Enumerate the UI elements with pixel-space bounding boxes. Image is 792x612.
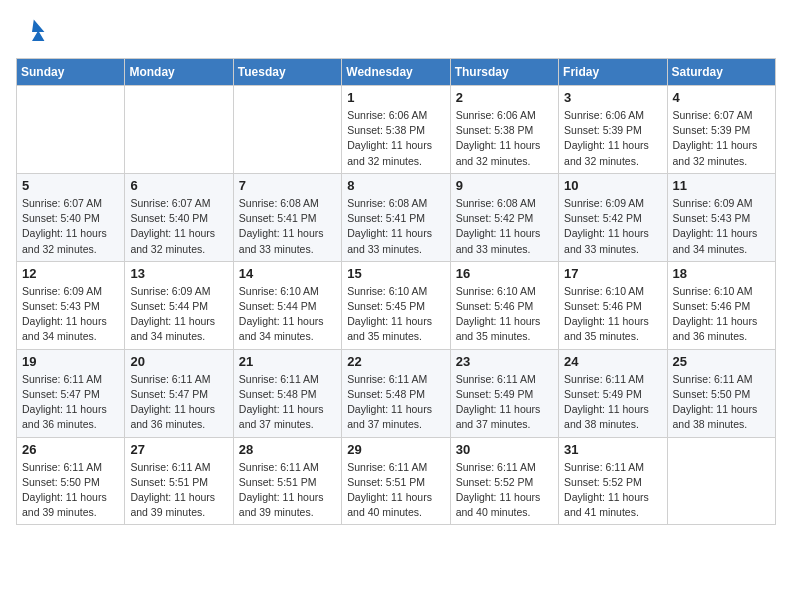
day-number: 22 [347,354,444,369]
day-info: Sunrise: 6:08 AMSunset: 5:41 PMDaylight:… [347,196,444,257]
day-number: 15 [347,266,444,281]
day-number: 3 [564,90,661,105]
calendar-cell: 20Sunrise: 6:11 AMSunset: 5:47 PMDayligh… [125,349,233,437]
calendar-cell: 24Sunrise: 6:11 AMSunset: 5:49 PMDayligh… [559,349,667,437]
day-number: 5 [22,178,119,193]
page-header [16,16,776,48]
calendar-cell: 10Sunrise: 6:09 AMSunset: 5:42 PMDayligh… [559,173,667,261]
day-info: Sunrise: 6:10 AMSunset: 5:46 PMDaylight:… [673,284,770,345]
day-number: 12 [22,266,119,281]
day-number: 9 [456,178,553,193]
day-info: Sunrise: 6:11 AMSunset: 5:52 PMDaylight:… [456,460,553,521]
day-number: 11 [673,178,770,193]
calendar-cell [667,437,775,525]
day-number: 18 [673,266,770,281]
calendar-cell: 22Sunrise: 6:11 AMSunset: 5:48 PMDayligh… [342,349,450,437]
svg-marker-0 [32,20,44,41]
weekday-header-sunday: Sunday [17,59,125,86]
day-info: Sunrise: 6:06 AMSunset: 5:38 PMDaylight:… [456,108,553,169]
day-info: Sunrise: 6:11 AMSunset: 5:49 PMDaylight:… [456,372,553,433]
calendar-cell: 17Sunrise: 6:10 AMSunset: 5:46 PMDayligh… [559,261,667,349]
day-info: Sunrise: 6:09 AMSunset: 5:44 PMDaylight:… [130,284,227,345]
day-info: Sunrise: 6:10 AMSunset: 5:44 PMDaylight:… [239,284,336,345]
day-number: 6 [130,178,227,193]
weekday-header-tuesday: Tuesday [233,59,341,86]
day-number: 7 [239,178,336,193]
day-info: Sunrise: 6:09 AMSunset: 5:43 PMDaylight:… [22,284,119,345]
day-info: Sunrise: 6:11 AMSunset: 5:50 PMDaylight:… [673,372,770,433]
day-number: 30 [456,442,553,457]
calendar-cell: 9Sunrise: 6:08 AMSunset: 5:42 PMDaylight… [450,173,558,261]
calendar-cell: 21Sunrise: 6:11 AMSunset: 5:48 PMDayligh… [233,349,341,437]
day-number: 26 [22,442,119,457]
calendar-cell: 16Sunrise: 6:10 AMSunset: 5:46 PMDayligh… [450,261,558,349]
calendar-week-2: 5Sunrise: 6:07 AMSunset: 5:40 PMDaylight… [17,173,776,261]
calendar-cell [233,86,341,174]
day-info: Sunrise: 6:11 AMSunset: 5:52 PMDaylight:… [564,460,661,521]
calendar-cell: 27Sunrise: 6:11 AMSunset: 5:51 PMDayligh… [125,437,233,525]
day-number: 4 [673,90,770,105]
day-info: Sunrise: 6:11 AMSunset: 5:51 PMDaylight:… [347,460,444,521]
logo-icon [16,16,48,48]
day-number: 10 [564,178,661,193]
calendar-week-4: 19Sunrise: 6:11 AMSunset: 5:47 PMDayligh… [17,349,776,437]
weekday-header-saturday: Saturday [667,59,775,86]
calendar-cell: 25Sunrise: 6:11 AMSunset: 5:50 PMDayligh… [667,349,775,437]
weekday-header-wednesday: Wednesday [342,59,450,86]
day-number: 29 [347,442,444,457]
day-info: Sunrise: 6:11 AMSunset: 5:47 PMDaylight:… [22,372,119,433]
weekday-header-thursday: Thursday [450,59,558,86]
calendar-cell: 3Sunrise: 6:06 AMSunset: 5:39 PMDaylight… [559,86,667,174]
weekday-header-row: SundayMondayTuesdayWednesdayThursdayFrid… [17,59,776,86]
day-number: 2 [456,90,553,105]
day-info: Sunrise: 6:08 AMSunset: 5:41 PMDaylight:… [239,196,336,257]
calendar-cell [125,86,233,174]
day-number: 31 [564,442,661,457]
calendar-cell: 7Sunrise: 6:08 AMSunset: 5:41 PMDaylight… [233,173,341,261]
day-info: Sunrise: 6:09 AMSunset: 5:43 PMDaylight:… [673,196,770,257]
weekday-header-monday: Monday [125,59,233,86]
day-number: 8 [347,178,444,193]
calendar-table: SundayMondayTuesdayWednesdayThursdayFrid… [16,58,776,525]
day-number: 23 [456,354,553,369]
day-info: Sunrise: 6:09 AMSunset: 5:42 PMDaylight:… [564,196,661,257]
day-info: Sunrise: 6:10 AMSunset: 5:46 PMDaylight:… [564,284,661,345]
day-info: Sunrise: 6:11 AMSunset: 5:48 PMDaylight:… [347,372,444,433]
day-info: Sunrise: 6:10 AMSunset: 5:45 PMDaylight:… [347,284,444,345]
calendar-cell: 1Sunrise: 6:06 AMSunset: 5:38 PMDaylight… [342,86,450,174]
day-info: Sunrise: 6:06 AMSunset: 5:39 PMDaylight:… [564,108,661,169]
calendar-cell: 31Sunrise: 6:11 AMSunset: 5:52 PMDayligh… [559,437,667,525]
calendar-cell: 15Sunrise: 6:10 AMSunset: 5:45 PMDayligh… [342,261,450,349]
calendar-cell [17,86,125,174]
calendar-week-3: 12Sunrise: 6:09 AMSunset: 5:43 PMDayligh… [17,261,776,349]
calendar-week-5: 26Sunrise: 6:11 AMSunset: 5:50 PMDayligh… [17,437,776,525]
day-info: Sunrise: 6:07 AMSunset: 5:39 PMDaylight:… [673,108,770,169]
day-number: 28 [239,442,336,457]
day-info: Sunrise: 6:11 AMSunset: 5:48 PMDaylight:… [239,372,336,433]
calendar-cell: 2Sunrise: 6:06 AMSunset: 5:38 PMDaylight… [450,86,558,174]
day-number: 21 [239,354,336,369]
day-info: Sunrise: 6:07 AMSunset: 5:40 PMDaylight:… [130,196,227,257]
day-info: Sunrise: 6:11 AMSunset: 5:51 PMDaylight:… [239,460,336,521]
calendar-cell: 29Sunrise: 6:11 AMSunset: 5:51 PMDayligh… [342,437,450,525]
day-info: Sunrise: 6:10 AMSunset: 5:46 PMDaylight:… [456,284,553,345]
calendar-cell: 23Sunrise: 6:11 AMSunset: 5:49 PMDayligh… [450,349,558,437]
day-info: Sunrise: 6:07 AMSunset: 5:40 PMDaylight:… [22,196,119,257]
calendar-cell: 12Sunrise: 6:09 AMSunset: 5:43 PMDayligh… [17,261,125,349]
day-number: 25 [673,354,770,369]
calendar-cell: 13Sunrise: 6:09 AMSunset: 5:44 PMDayligh… [125,261,233,349]
calendar-cell: 6Sunrise: 6:07 AMSunset: 5:40 PMDaylight… [125,173,233,261]
calendar-cell: 26Sunrise: 6:11 AMSunset: 5:50 PMDayligh… [17,437,125,525]
calendar-week-1: 1Sunrise: 6:06 AMSunset: 5:38 PMDaylight… [17,86,776,174]
calendar-cell: 19Sunrise: 6:11 AMSunset: 5:47 PMDayligh… [17,349,125,437]
day-number: 20 [130,354,227,369]
day-info: Sunrise: 6:11 AMSunset: 5:51 PMDaylight:… [130,460,227,521]
day-info: Sunrise: 6:11 AMSunset: 5:50 PMDaylight:… [22,460,119,521]
logo [16,16,52,48]
day-number: 27 [130,442,227,457]
day-number: 19 [22,354,119,369]
day-number: 1 [347,90,444,105]
calendar-cell: 8Sunrise: 6:08 AMSunset: 5:41 PMDaylight… [342,173,450,261]
weekday-header-friday: Friday [559,59,667,86]
calendar-cell: 5Sunrise: 6:07 AMSunset: 5:40 PMDaylight… [17,173,125,261]
